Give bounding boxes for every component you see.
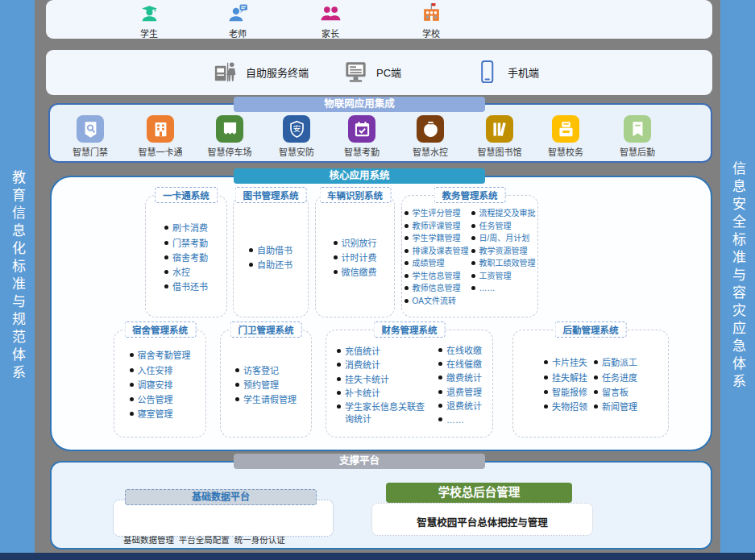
logistics-icon bbox=[624, 115, 651, 143]
list-item: …… bbox=[438, 414, 482, 425]
bullet-icon bbox=[404, 249, 409, 253]
item-label: 日/周、月计划 bbox=[479, 233, 530, 243]
item-label: 计时计费 bbox=[342, 252, 377, 263]
bullet-icon bbox=[404, 274, 409, 278]
system-title: 一卡通系统 bbox=[155, 187, 218, 203]
item-label: 刷卡消费 bbox=[172, 222, 208, 234]
list-item: 识别放行 bbox=[334, 238, 377, 249]
list-item: 充值统计 bbox=[337, 346, 432, 357]
list-item: 门禁考勤 bbox=[164, 238, 208, 249]
item-label: 水控 bbox=[172, 267, 190, 278]
bullet-icon bbox=[594, 404, 598, 409]
left-standards-label: 教育信息化标准与规范体系 bbox=[7, 170, 27, 383]
terminal-label: 手机端 bbox=[508, 64, 539, 80]
system-body: 识别放行计时计费微信缴费 bbox=[316, 196, 394, 317]
item-label: OA文件流转 bbox=[413, 296, 456, 306]
library-icon bbox=[486, 115, 513, 143]
bullet-icon bbox=[438, 417, 442, 421]
iot-label: 智慧水控 bbox=[400, 145, 461, 158]
left-standards-bar: 教育信息化标准与规范体系 bbox=[0, 0, 35, 553]
base-data-platform-content: 基础数据管理 平台全局配置 统一身份认证 用户账户与权限管理 单点登录 bbox=[114, 500, 333, 560]
bullet-icon bbox=[337, 391, 341, 395]
item-label: 访客登记 bbox=[243, 365, 279, 376]
list-item: 学生学籍管理 bbox=[404, 233, 469, 243]
system-body: 自助借书自助还书 bbox=[234, 196, 308, 317]
list-item: 教师评课管理 bbox=[404, 221, 469, 231]
iot-label: 智慧停车场 bbox=[199, 145, 260, 158]
item-label: 寝室管理 bbox=[138, 409, 173, 420]
system-card: 图书管理系统自助借书自助还书 bbox=[233, 195, 309, 317]
list-item: 消费统计 bbox=[337, 359, 432, 371]
item-label: 学生评分管理 bbox=[413, 208, 461, 218]
item-label: 教学资源管理 bbox=[479, 246, 528, 256]
item-label: 宿舍考勤 bbox=[172, 252, 208, 263]
bullet-icon bbox=[594, 375, 598, 380]
list-item: 退费统计 bbox=[438, 400, 482, 412]
iot-school-affairs: 智慧校务 bbox=[535, 115, 596, 158]
iot-section: 物联网应用集成 智慧门禁智慧一卡通智慧停车场安智慧安防智慧考勤智慧水控智慧图书馆… bbox=[48, 103, 712, 163]
item-label: 卡片挂失 bbox=[552, 357, 587, 368]
bullet-icon bbox=[130, 383, 134, 387]
item-label: 自助借书 bbox=[257, 245, 292, 256]
bullet-icon bbox=[164, 255, 168, 259]
bullet-icon bbox=[438, 375, 442, 380]
mobile-icon bbox=[474, 59, 500, 85]
iot-water-control: 智慧水控 bbox=[400, 115, 461, 158]
security-icon: 安 bbox=[283, 115, 310, 143]
list-item: 成绩管理 bbox=[404, 258, 469, 268]
item-label: 智能报修 bbox=[552, 387, 587, 398]
item-label: 借书还书 bbox=[172, 281, 208, 292]
user-parents: 家长 bbox=[297, 2, 364, 39]
item-label: 补卡统计 bbox=[345, 388, 380, 399]
system-body: 刷卡消费门禁考勤宿舍考勤水控借书还书 bbox=[146, 196, 226, 317]
item-label: 教师信息管理 bbox=[413, 283, 461, 293]
bullet-icon bbox=[594, 360, 598, 364]
item-label: 新闻管理 bbox=[602, 401, 637, 413]
item-label: 学生信息管理 bbox=[413, 271, 461, 281]
bullet-icon bbox=[130, 397, 134, 401]
bullet-icon bbox=[404, 261, 409, 265]
list-item: 补卡统计 bbox=[337, 388, 432, 399]
list-item: 留言板 bbox=[594, 387, 637, 398]
iot-attendance: 智慧考勤 bbox=[331, 115, 392, 158]
bullet-icon bbox=[164, 226, 168, 230]
user-label: 学生 bbox=[115, 27, 183, 39]
list-item: 调寝安排 bbox=[130, 380, 191, 391]
iot-label: 智慧后勤 bbox=[607, 145, 668, 158]
attendance-icon bbox=[348, 115, 375, 143]
item-label: 教师评课管理 bbox=[413, 221, 461, 231]
bullet-icon bbox=[130, 353, 134, 357]
school-backoffice-title: 学校总后台管理 bbox=[386, 483, 572, 503]
bullet-icon bbox=[235, 397, 239, 401]
parking-icon bbox=[216, 115, 243, 143]
list-item: 宿舍考勤 bbox=[164, 252, 208, 263]
iot-access-control: 智慧门禁 bbox=[60, 115, 121, 158]
list-item: 借书还书 bbox=[164, 281, 208, 292]
student-icon bbox=[115, 2, 183, 27]
system-body: 宿舍考勤管理入住安排调寝安排公告管理寝室管理 bbox=[114, 330, 205, 437]
bullet-icon bbox=[334, 241, 338, 245]
bullet-icon bbox=[235, 368, 239, 372]
list-item: 挂失解挂 bbox=[544, 372, 587, 384]
iot-label: 智慧考勤 bbox=[331, 145, 392, 158]
support-section-title: 支撑平台 bbox=[234, 454, 485, 469]
item-label: 在线收缴 bbox=[446, 345, 482, 356]
bullet-icon bbox=[404, 299, 409, 303]
item-label: 挂失解挂 bbox=[552, 372, 587, 384]
system-card: 教务管理系统学生评分管理教师评课管理学生学籍管理排课及课表管理成绩管理学生信息管… bbox=[401, 195, 538, 317]
right-security-label: 信息安全标准与容灾应急体系 bbox=[728, 161, 748, 392]
bullet-icon bbox=[471, 261, 475, 265]
teacher-icon bbox=[204, 2, 272, 27]
bullet-icon bbox=[544, 404, 548, 409]
bullet-icon bbox=[130, 412, 134, 416]
core-section: 核心应用系统 一卡通系统刷卡消费门禁考勤宿舍考勤水控借书还书图书管理系统自助借书… bbox=[50, 176, 712, 451]
system-card: 宿舍管理系统宿舍考勤管理入住安排调寝安排公告管理寝室管理 bbox=[114, 330, 206, 438]
item-label: 失物招领 bbox=[552, 401, 587, 413]
water-control-icon bbox=[417, 115, 444, 143]
list-item: 工资管理 bbox=[471, 271, 536, 281]
item-label: 留言板 bbox=[602, 387, 628, 398]
bullet-icon bbox=[471, 211, 475, 215]
school-backoffice-content: 智慧校园平台总体把控与管理 bbox=[417, 514, 548, 529]
list-item: 学生家长信息关联查询统计 bbox=[337, 401, 432, 425]
terminal-label: 自助服务终端 bbox=[246, 64, 309, 80]
